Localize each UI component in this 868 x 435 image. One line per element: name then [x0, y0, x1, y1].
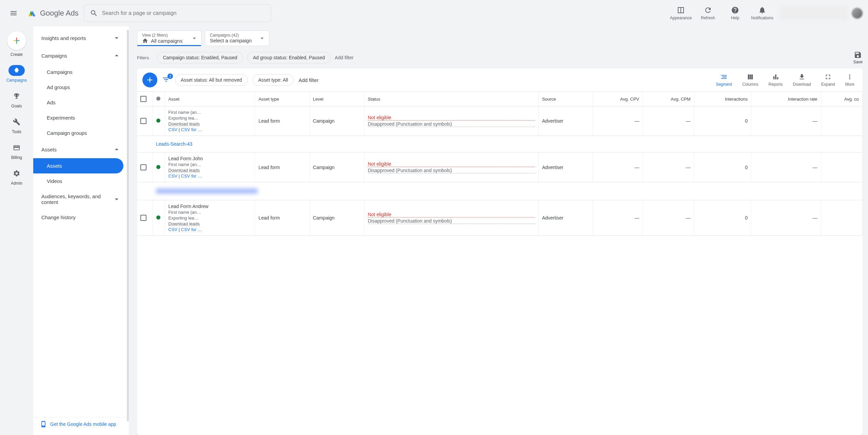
- save-icon: [854, 51, 862, 59]
- select-all-checkbox[interactable]: [140, 96, 146, 102]
- tool-more[interactable]: More: [843, 73, 857, 87]
- nav-change-history[interactable]: Change history: [33, 210, 129, 225]
- reports-icon: [772, 73, 780, 81]
- cell-interaction-rate: —: [751, 106, 821, 136]
- col-interactions[interactable]: Interactions: [694, 92, 751, 106]
- nav-audiences[interactable]: Audiences, keywords, and content: [33, 189, 129, 210]
- row-checkbox[interactable]: [140, 215, 146, 221]
- cell-asset-type: Lead form: [255, 106, 309, 136]
- tool-download[interactable]: Download: [790, 73, 814, 87]
- expand-icon: [824, 73, 832, 81]
- csv-link[interactable]: CSV: [169, 173, 178, 179]
- nav-videos[interactable]: Videos: [33, 173, 123, 189]
- chip-asset-status[interactable]: Asset status: All but removed: [175, 74, 248, 86]
- cell-avg-cpm: —: [643, 152, 694, 182]
- filter-icon-button[interactable]: 2: [162, 76, 170, 85]
- status-not-eligible[interactable]: Not eligible: [368, 161, 535, 167]
- asset-title[interactable]: Lead Form Andrew: [169, 204, 213, 209]
- create-fab[interactable]: [7, 31, 26, 50]
- rail-admin[interactable]: Admin: [8, 168, 25, 186]
- filter-chip-campaign-status[interactable]: Campaign status: Enabled, Paused: [157, 52, 243, 63]
- status-column-icon: [156, 97, 160, 101]
- campaign-group-row[interactable]: Leads-Search-43: [137, 136, 863, 152]
- nav-experiments[interactable]: Experiments: [33, 110, 123, 125]
- download-leads-link[interactable]: Download leads: [169, 121, 213, 126]
- brand-logo[interactable]: Google Ads: [27, 8, 79, 18]
- brand-strong: Google: [40, 9, 64, 17]
- mobile-app-link[interactable]: Get the Google Ads mobile app: [33, 417, 129, 431]
- csv-link[interactable]: CSV: [169, 227, 178, 232]
- tools-icon: [13, 118, 20, 126]
- filter-chip-adgroup-status[interactable]: Ad group status: Enabled, Paused: [247, 52, 331, 63]
- tool-segment[interactable]: Segment: [713, 73, 735, 87]
- rail-tools[interactable]: Tools: [8, 117, 25, 134]
- csv-for-link[interactable]: CSV for …: [181, 173, 202, 179]
- col-interaction-rate[interactable]: Interaction rate: [751, 92, 821, 106]
- rail-campaigns[interactable]: Campaigns: [6, 65, 27, 83]
- nav-assets[interactable]: Assets: [33, 158, 123, 173]
- tool-columns[interactable]: Columns: [739, 73, 761, 87]
- notifications-button[interactable]: Notifications: [750, 6, 774, 20]
- table-row: First name (an… Exporting lea… Download …: [137, 106, 863, 136]
- search-input[interactable]: [102, 10, 265, 16]
- add-filter-link[interactable]: Add filter: [335, 55, 353, 60]
- csv-for-link[interactable]: CSV for …: [181, 127, 202, 132]
- download-leads-link[interactable]: Download leads: [169, 168, 213, 173]
- toolbar-add-filter[interactable]: Add filter: [298, 77, 318, 83]
- user-avatar[interactable]: [852, 8, 863, 19]
- tool-expand[interactable]: Expand: [818, 73, 838, 87]
- col-avg-cpm[interactable]: Avg. CPM: [643, 92, 694, 106]
- csv-link[interactable]: CSV: [169, 127, 178, 132]
- download-leads-link[interactable]: Download leads: [169, 221, 213, 226]
- status-not-eligible[interactable]: Not eligible: [368, 115, 535, 121]
- save-button[interactable]: Save: [853, 51, 863, 64]
- cell-avg-cost: [821, 106, 862, 136]
- megaphone-icon: [13, 67, 20, 74]
- cell-avg-cpm: —: [643, 200, 694, 236]
- nav-insights[interactable]: Insights and reports: [33, 29, 129, 47]
- csv-for-link[interactable]: CSV for …: [181, 227, 202, 232]
- refresh-button[interactable]: Refresh: [696, 6, 720, 20]
- status-disapproved-reason[interactable]: Disapproved (Punctuation and symbols): [368, 168, 535, 173]
- nav-campaigns-group[interactable]: Campaigns: [33, 47, 129, 64]
- nav-campaign-groups[interactable]: Campaign groups: [33, 125, 123, 141]
- nav-campaigns[interactable]: Campaigns: [33, 64, 123, 80]
- status-disapproved-reason[interactable]: Disapproved (Punctuation and symbols): [368, 121, 535, 127]
- cell-level: Campaign: [309, 200, 364, 236]
- cell-avg-cost: [821, 200, 862, 236]
- col-level[interactable]: Level: [309, 92, 364, 106]
- col-status[interactable]: Status: [364, 92, 538, 106]
- view-picker[interactable]: View (2 filters) All campaigns: [137, 30, 201, 46]
- nav-ads[interactable]: Ads: [33, 95, 123, 110]
- col-avg-cpv[interactable]: Avg. CPV: [593, 92, 643, 106]
- mobile-icon: [40, 421, 47, 428]
- chip-asset-type[interactable]: Asset type: All: [253, 74, 294, 86]
- search-bar[interactable]: [84, 4, 271, 22]
- col-avg-cost[interactable]: Avg. co: [821, 92, 862, 106]
- col-asset[interactable]: Asset: [165, 92, 255, 106]
- nav-assets-group[interactable]: Assets: [33, 141, 129, 158]
- col-source[interactable]: Source: [538, 92, 593, 106]
- row-checkbox[interactable]: [140, 118, 146, 124]
- status-enabled-icon: [156, 215, 160, 220]
- cell-source: Advertiser: [538, 200, 593, 236]
- table-row: Lead Form Andrew First name (an… Exporti…: [137, 200, 863, 236]
- tool-reports[interactable]: Reports: [766, 73, 786, 87]
- appearance-button[interactable]: Appearance: [669, 6, 693, 20]
- cell-interaction-rate: —: [751, 152, 821, 182]
- add-asset-fab[interactable]: [142, 72, 157, 87]
- cell-source: Advertiser: [538, 152, 593, 182]
- help-button[interactable]: Help: [723, 6, 747, 20]
- row-checkbox[interactable]: [140, 164, 146, 170]
- asset-title[interactable]: Lead Form John: [169, 156, 213, 161]
- chevron-down-icon: [191, 35, 198, 42]
- campaign-picker[interactable]: Campaigns (42) Select a campaign: [205, 30, 269, 46]
- nav-adgroups[interactable]: Ad groups: [33, 80, 123, 95]
- col-asset-type[interactable]: Asset type: [255, 92, 309, 106]
- cell-avg-cpv: —: [593, 200, 643, 236]
- status-not-eligible[interactable]: Not eligible: [368, 212, 535, 218]
- rail-goals[interactable]: Goals: [8, 91, 25, 108]
- hamburger-menu[interactable]: [5, 5, 22, 21]
- rail-billing[interactable]: Billing: [8, 142, 25, 160]
- status-disapproved-reason[interactable]: Disapproved (Punctuation and symbols): [368, 218, 535, 224]
